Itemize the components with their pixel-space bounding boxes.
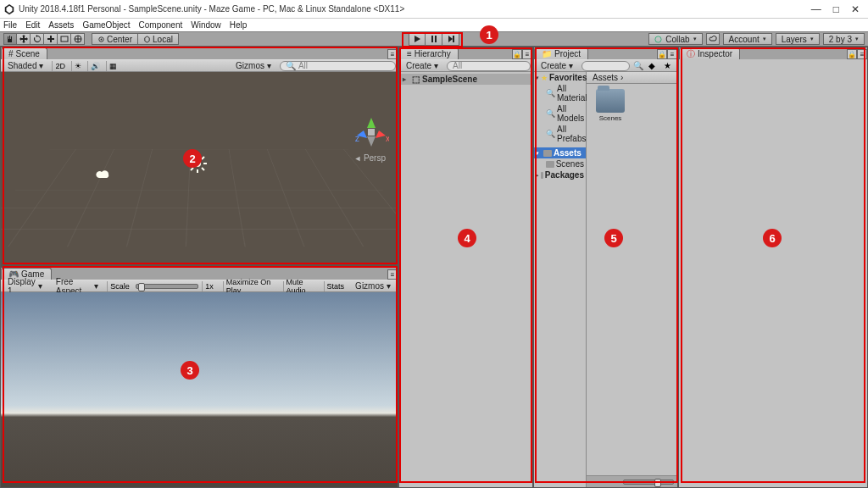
hierarchy-tab[interactable]: ≡ Hierarchy [399, 47, 459, 59]
menu-window[interactable]: Window [191, 20, 221, 30]
collab-dropdown[interactable]: Collab▾ [648, 33, 702, 45]
window-close-button[interactable]: ✕ [851, 3, 860, 15]
game-panel: 🎮 Game ≡ Display 1▾ Free Aspect▾ Scale 1… [0, 267, 398, 488]
inspector-tab[interactable]: ⓘ Inspector [679, 47, 740, 59]
favorites-group[interactable]: ▾★Favorites [534, 72, 586, 83]
inspector-body[interactable] [679, 59, 867, 487]
project-lock-button[interactable]: 🔒 [657, 49, 667, 59]
asset-folder-item[interactable]: Scenes [592, 89, 629, 122]
game-panel-menu-button[interactable]: ≡ [387, 269, 398, 280]
scene-tab[interactable]: # Scene [1, 47, 47, 59]
account-dropdown[interactable]: Account▾ [723, 33, 772, 45]
rotate-tool-button[interactable] [31, 33, 44, 45]
fav-item[interactable]: 🔍All Models [534, 103, 586, 124]
project-save-search-button[interactable]: ★ [664, 61, 676, 70]
game-viewport[interactable] [1, 292, 398, 487]
hand-tool-button[interactable] [3, 33, 17, 45]
pivot-center-button[interactable]: Center [92, 33, 138, 45]
pause-button[interactable] [426, 33, 442, 46]
scene-projection-label[interactable]: ◄ Persp [353, 153, 386, 163]
scenes-folder[interactable]: Scenes [534, 158, 586, 169]
project-tab[interactable]: 📁 Project [534, 47, 588, 59]
game-maximize-toggle[interactable]: Maximize On Play [223, 281, 280, 291]
game-stats-toggle[interactable]: Stats [324, 281, 348, 291]
scene-panel-menu-button[interactable]: ≡ [387, 49, 398, 59]
hierarchy-tree[interactable]: ▸ ⬚ SampleScene [399, 72, 532, 487]
scene-gizmos-dropdown[interactable]: Gizmos▾ [231, 61, 276, 71]
rect-tool-button[interactable] [58, 33, 71, 45]
game-sub-toolbar: Display 1▾ Free Aspect▾ Scale 1x Maximiz… [1, 280, 398, 292]
project-folder-tree[interactable]: ▾★Favorites 🔍All Material 🔍All Models 🔍A… [534, 72, 587, 487]
breadcrumb-label: Assets [593, 73, 618, 82]
menu-edit[interactable]: Edit [25, 20, 40, 30]
game-scale-slider[interactable] [136, 284, 198, 289]
services-button[interactable] [706, 33, 720, 45]
hierarchy-panel-menu-button[interactable]: ≡ [522, 49, 532, 59]
svg-marker-24 [376, 130, 386, 138]
scene-audio-toggle[interactable]: 🔊 [87, 61, 103, 71]
game-gizmos-dropdown[interactable]: Gizmos▾ [350, 281, 396, 291]
scene-search-input[interactable]: 🔍All [280, 61, 396, 71]
project-filter-button[interactable]: 🔍 [633, 61, 645, 70]
menu-assets[interactable]: Assets [48, 20, 74, 30]
project-icon-size-slider[interactable] [623, 480, 674, 485]
game-gizmos-label: Gizmos [355, 281, 384, 291]
hierarchy-create-dropdown[interactable]: Create▾ [401, 61, 443, 71]
game-aspect-dropdown[interactable]: Free Aspect▾ [51, 281, 104, 291]
game-mute-toggle[interactable]: Mute Audio [283, 281, 320, 291]
svg-rect-3 [50, 36, 52, 42]
scene-shading-dropdown[interactable]: Shaded▾ [3, 61, 48, 71]
folder-icon [543, 150, 552, 157]
breadcrumb-separator-icon: › [620, 73, 623, 82]
move-tool-button[interactable] [17, 33, 31, 45]
project-asset-grid[interactable]: Scenes [587, 84, 677, 475]
scene-viewport[interactable]: x z ◄ Persp [1, 72, 398, 266]
packages-folder[interactable]: ▸Packages [534, 169, 586, 180]
slider-thumb[interactable] [654, 479, 661, 487]
project-type-filter-button[interactable]: ◆ [648, 61, 660, 70]
scene-orientation-gizmo[interactable]: x z [353, 114, 389, 150]
project-create-dropdown[interactable]: Create▾ [536, 61, 578, 71]
game-display-dropdown[interactable]: Display 1▾ [3, 281, 47, 291]
hierarchy-lock-button[interactable]: 🔒 [512, 49, 522, 59]
scale-tool-button[interactable] [44, 33, 58, 45]
project-panel-menu-button[interactable]: ≡ [667, 49, 677, 59]
inspector-panel-menu-button[interactable]: ≡ [857, 49, 867, 59]
search-save-icon: 🔍 [546, 109, 555, 118]
chevron-down-icon: ▾ [763, 36, 766, 42]
unity-logo-icon [3, 3, 15, 15]
expand-arrow-icon[interactable]: ▸ [403, 75, 409, 83]
cloud-icon [709, 35, 717, 43]
svg-point-14 [194, 160, 201, 167]
scene-fx-toggle[interactable]: ▦ [106, 61, 120, 71]
camera-icon [96, 169, 111, 180]
menu-file[interactable]: File [3, 20, 17, 30]
pivot-toggle-group: Center Local [92, 33, 179, 45]
layers-dropdown[interactable]: Layers▾ [776, 33, 820, 45]
window-maximize-button[interactable]: □ [833, 3, 839, 15]
hierarchy-scene-root[interactable]: ▸ ⬚ SampleScene [399, 74, 532, 85]
fav-item[interactable]: 🔍All Material [534, 83, 586, 103]
inspector-lock-button[interactable]: 🔒 [847, 49, 857, 59]
transform-tool-button[interactable] [71, 33, 85, 45]
window-minimize-button[interactable]: — [811, 3, 821, 15]
chevron-down-icon: ▾ [693, 36, 697, 42]
assets-folder[interactable]: ▾Assets [534, 147, 586, 158]
step-button[interactable] [442, 33, 459, 46]
scene-2d-toggle[interactable]: 2D [52, 61, 68, 71]
menu-component[interactable]: Component [139, 20, 183, 30]
project-search-input[interactable] [581, 61, 630, 71]
slider-thumb[interactable] [138, 283, 145, 291]
project-breadcrumb[interactable]: Assets › [587, 72, 677, 84]
menu-gameobject[interactable]: GameObject [82, 20, 130, 30]
menu-help[interactable]: Help [230, 20, 248, 30]
fav-item-label: All Prefabs [557, 125, 586, 143]
play-button[interactable] [409, 33, 426, 46]
hierarchy-tab-icon: ≡ [407, 49, 412, 58]
folder-icon [596, 89, 625, 113]
fav-item[interactable]: 🔍All Prefabs [534, 124, 586, 144]
hierarchy-search-input[interactable]: All [447, 61, 531, 71]
pivot-local-button[interactable]: Local [138, 33, 179, 45]
layout-dropdown[interactable]: 2 by 3▾ [823, 33, 865, 45]
scene-lighting-toggle[interactable]: ☀ [71, 61, 84, 71]
